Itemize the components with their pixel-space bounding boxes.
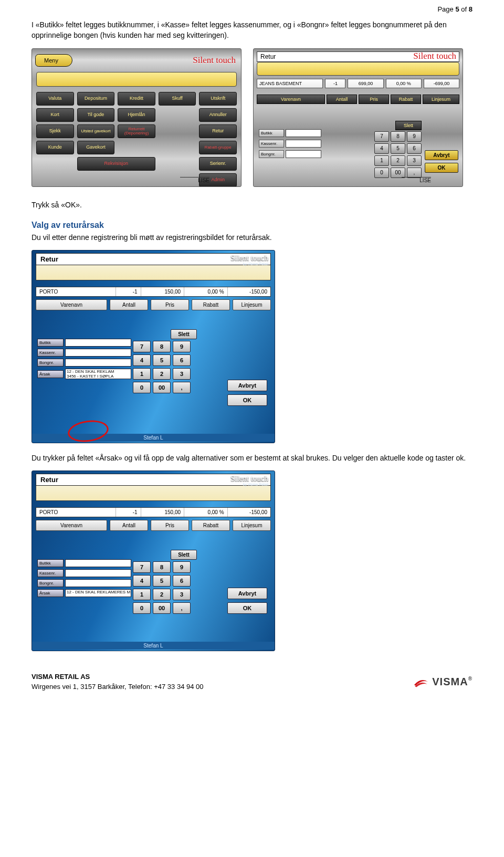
slett-button[interactable]: Slett [171, 550, 197, 560]
key-8[interactable]: 8 [153, 341, 171, 352]
btn-utsted-gavekort[interactable]: Utsted gavekort [77, 124, 115, 138]
btn-returrett[interactable]: Returrett (Deponering) [118, 124, 155, 138]
label-butikk: Butikk [37, 339, 64, 347]
c-price: 150,00 [141, 287, 184, 296]
btn-rabattgruppe[interactable]: Rabatt-gruppe [199, 141, 237, 154]
input-fields: Butikk Kassenr. Bongnr. [259, 129, 321, 158]
key-9[interactable]: 9 [407, 131, 422, 142]
c-rebate: 0,00 % [184, 287, 227, 296]
btn-retur[interactable]: Retur [199, 124, 237, 138]
silent-touch-logo: Silent touch [413, 51, 456, 61]
key-2[interactable]: 2 [153, 589, 171, 600]
key-5[interactable]: 5 [153, 575, 171, 587]
key-8[interactable]: 8 [391, 131, 405, 142]
btn-serienr[interactable]: Serienr. [199, 157, 237, 171]
key-0[interactable]: 0 [133, 602, 151, 614]
btn-utskrift[interactable]: Utskrift [199, 92, 237, 106]
key-2[interactable]: 2 [391, 155, 405, 166]
btn-gavekort[interactable]: Gavekort [77, 141, 115, 154]
key-5[interactable]: 5 [391, 143, 405, 154]
meny-pill[interactable]: Meny [35, 54, 72, 67]
key-3[interactable]: 3 [407, 155, 422, 166]
key-3[interactable]: 3 [173, 368, 191, 380]
input-arsak[interactable]: 12 - DEN SKAL REKLAMERES M [65, 589, 131, 597]
key-7[interactable]: 7 [374, 131, 389, 142]
blue-screenshot-1: Retur Silent touch by Visma Retail PORTO… [32, 250, 275, 443]
btn-skuff[interactable]: Skuff [159, 92, 196, 106]
key-00[interactable]: 00 [391, 168, 405, 178]
key-6[interactable]: 6 [173, 354, 191, 366]
key-4[interactable]: 4 [133, 575, 151, 587]
input-butikk[interactable] [65, 339, 131, 347]
key-comma[interactable]: , [407, 168, 422, 178]
label-bongnr: Bongnr. [37, 579, 64, 587]
key-00[interactable]: 00 [153, 602, 171, 614]
heading-valg: Valg av returårsak [32, 221, 472, 230]
hdr-linjesum: Linjesum [233, 299, 271, 310]
btn-valuta[interactable]: Valuta [36, 92, 74, 106]
key-4[interactable]: 4 [133, 354, 151, 366]
key-4[interactable]: 4 [374, 143, 389, 154]
column-headers: Varenavn Antall Pris Rabatt Linjesum [257, 95, 459, 104]
input-arsak[interactable]: 12 - DEN SKAL REKLAM 3456 - KASTET I SØP… [65, 369, 131, 379]
avbryt-button[interactable]: Avbryt [227, 588, 267, 599]
key-1[interactable]: 1 [374, 155, 389, 166]
text-after-blue1: Du trykker på feltet «Årsak» og vil få o… [32, 453, 472, 463]
key-0[interactable]: 0 [374, 168, 389, 178]
key-1[interactable]: 1 [133, 368, 151, 380]
input-butikk[interactable] [286, 129, 321, 137]
key-00[interactable]: 00 [153, 382, 171, 393]
key-9[interactable]: 9 [173, 341, 191, 352]
btn-tilgode[interactable]: Til gode [77, 108, 115, 122]
hdr-rabatt: Rabatt [391, 95, 421, 104]
key-8[interactable]: 8 [153, 561, 171, 573]
avbryt-button[interactable]: Avbryt [227, 380, 267, 391]
logo-subtitle: by Visma Retail [243, 262, 268, 266]
btn-kunde[interactable]: Kunde [36, 141, 74, 154]
key-comma[interactable]: , [173, 602, 191, 614]
input-bongnr[interactable] [65, 579, 131, 587]
label-butikk: Butikk [259, 129, 284, 137]
key-7[interactable]: 7 [133, 561, 151, 573]
key-9[interactable]: 9 [173, 561, 191, 573]
label-kassenr: Kassenr. [259, 140, 284, 148]
key-2[interactable]: 2 [153, 368, 171, 380]
key-5[interactable]: 5 [153, 354, 171, 366]
cell-price: 699,00 [348, 79, 383, 88]
input-kassenr[interactable] [65, 569, 131, 577]
hdr-pris: Pris [151, 520, 189, 531]
key-0[interactable]: 0 [133, 382, 151, 393]
ok-button[interactable]: OK [227, 394, 267, 406]
btn-kreditt[interactable]: Kreditt [118, 92, 155, 106]
key-3[interactable]: 3 [173, 589, 191, 600]
key-1[interactable]: 1 [133, 589, 151, 600]
ok-button[interactable]: OK [227, 602, 267, 614]
input-kassenr[interactable] [65, 349, 131, 357]
key-comma[interactable]: , [173, 382, 191, 393]
btn-depositum[interactable]: Depositum [77, 92, 115, 106]
cell-sum: -699,00 [424, 79, 459, 88]
btn-kort[interactable]: Kort [36, 108, 74, 122]
c-sum: -150,00 [228, 508, 270, 517]
btn-rekvisisjon[interactable]: Rekvisisjon [77, 157, 155, 171]
ok-button[interactable]: OK [425, 163, 458, 173]
input-bongnr[interactable] [65, 359, 131, 367]
key-6[interactable]: 6 [407, 143, 422, 154]
key-7[interactable]: 7 [133, 341, 151, 352]
input-butikk[interactable] [65, 559, 131, 567]
slett-button[interactable]: Slett [395, 121, 422, 130]
slett-button[interactable]: Slett [171, 329, 197, 339]
pos-menu-screenshot: Meny Silent touch Valuta Depositum Kredi… [32, 48, 242, 187]
cell-qty: -1 [325, 79, 345, 88]
hdr-varenavn: Varenavn [36, 299, 107, 310]
footer-company: VISMA RETAIL AS [32, 672, 204, 682]
yellow-bar [36, 72, 237, 87]
key-6[interactable]: 6 [173, 575, 191, 587]
input-kassenr[interactable] [286, 140, 321, 148]
btn-hjemlan[interactable]: Hjemlån [118, 108, 155, 122]
btn-sjekk[interactable]: Sjekk [36, 124, 74, 138]
avbryt-button[interactable]: Avbryt [425, 150, 458, 160]
btn-annuller[interactable]: Annuller [199, 108, 237, 122]
hdr-rabatt: Rabatt [192, 299, 230, 310]
input-bongnr[interactable] [286, 150, 321, 158]
